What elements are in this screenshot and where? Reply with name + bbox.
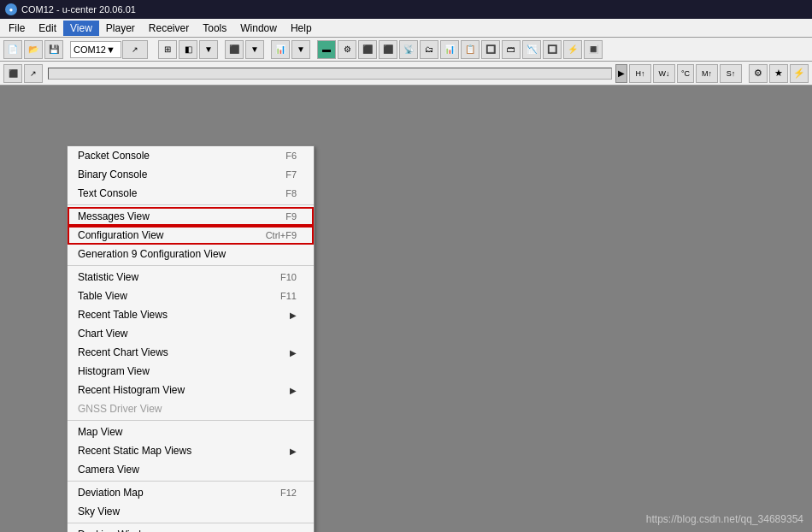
new-btn[interactable]: 📄 — [3, 40, 22, 59]
icon10[interactable]: ⬛ — [358, 40, 377, 59]
toolbar-secondary: ⬛ ↗ ▶ H↑ W↓ °C M↑ S↑ ⚙ ★ ⚡ — [0, 62, 812, 86]
sep3 — [68, 420, 314, 421]
menu-deviation-map[interactable]: Deviation Map F12 — [68, 483, 314, 502]
title-text: COM12 - u-center 20.06.01 — [21, 4, 136, 15]
connect-btn[interactable]: ↗ — [122, 40, 148, 59]
progress-arrow[interactable]: ▶ — [615, 64, 627, 83]
icon13[interactable]: 🗂 — [420, 40, 438, 59]
icon7[interactable]: ▼ — [291, 40, 310, 59]
menu-chart-view[interactable]: Chart View — [68, 324, 314, 343]
tb2-s[interactable]: S↑ — [720, 64, 742, 83]
tb2-c[interactable]: °C — [677, 64, 694, 83]
menu-edit[interactable]: Edit — [32, 21, 63, 36]
menu-receiver[interactable]: Receiver — [142, 21, 196, 36]
port-combo[interactable]: COM12▼ — [70, 41, 121, 58]
menu-gnss-driver-view: GNSS Driver View — [68, 399, 314, 418]
tb2-bolt[interactable]: ⚡ — [790, 64, 809, 83]
icon20[interactable]: ⚡ — [563, 40, 582, 59]
icon8[interactable]: ▬ — [317, 40, 336, 59]
menu-recent-table-views[interactable]: Recent Table Views ▶ — [68, 305, 314, 324]
icon16[interactable]: 🔲 — [481, 40, 500, 59]
icon1[interactable]: ⊞ — [158, 40, 177, 59]
menu-gen9-config-view[interactable]: Generation 9 Configuration View — [68, 245, 314, 263]
tb2-star[interactable]: ★ — [769, 64, 788, 83]
menu-binary-console[interactable]: Binary Console F7 — [68, 165, 314, 184]
menu-text-console[interactable]: Text Console F8 — [68, 184, 314, 203]
tb2-h[interactable]: H↑ — [629, 64, 651, 83]
menu-file[interactable]: File — [2, 21, 32, 36]
view-dropdown-menu: Packet Console F6 Binary Console F7 Text… — [67, 145, 315, 532]
tb2-m[interactable]: M↑ — [696, 64, 718, 83]
menu-bar: File Edit View Player Receiver Tools Win… — [0, 19, 812, 38]
menu-player[interactable]: Player — [99, 21, 142, 36]
main-area: Packet Console F6 Binary Console F7 Text… — [0, 86, 812, 532]
menu-packet-console[interactable]: Packet Console F6 — [68, 146, 314, 165]
toolbar-main: 📄 📂 💾 COM12▼ ↗ ⊞ ◧ ▼ ⬛ ▼ 📊 ▼ ▬ ⚙ ⬛ ⬛ 📡 🗂 — [0, 38, 812, 62]
menu-statistic-view[interactable]: Statistic View F10 — [68, 268, 314, 287]
icon11[interactable]: ⬛ — [379, 40, 397, 59]
menu-docking-windows[interactable]: Docking Windows ▶ — [68, 525, 314, 532]
menu-histogram-view[interactable]: Histogram View — [68, 362, 314, 381]
menu-recent-histogram-view[interactable]: Recent Histogram View ▶ — [68, 381, 314, 399]
menu-tools[interactable]: Tools — [196, 21, 233, 36]
icon6[interactable]: 📊 — [271, 40, 290, 59]
icon4[interactable]: ⬛ — [225, 40, 244, 59]
icon14[interactable]: 📊 — [440, 40, 459, 59]
icon21[interactable]: 🔳 — [584, 40, 603, 59]
menu-table-view[interactable]: Table View F11 — [68, 287, 314, 305]
menu-configuration-view[interactable]: Configuration View Ctrl+F9 — [68, 226, 314, 245]
watermark: https://blog.csdn.net/qq_34689354 — [646, 513, 803, 525]
icon18[interactable]: 📉 — [522, 40, 541, 59]
menu-window[interactable]: Window — [233, 21, 284, 36]
menu-camera-view[interactable]: Camera View — [68, 460, 314, 479]
progress-bar — [48, 68, 612, 80]
tb2-gear[interactable]: ⚙ — [749, 64, 768, 83]
icon17[interactable]: 🗃 — [502, 40, 521, 59]
icon15[interactable]: 📋 — [461, 40, 480, 59]
menu-recent-static-map-views[interactable]: Recent Static Map Views ▶ — [68, 441, 314, 460]
toolbar2-icon1[interactable]: ⬛ — [3, 64, 22, 83]
icon12[interactable]: 📡 — [399, 40, 418, 59]
menu-map-view[interactable]: Map View — [68, 423, 314, 441]
icon19[interactable]: 🔲 — [543, 40, 562, 59]
icon5[interactable]: ▼ — [245, 40, 264, 59]
tb2-w[interactable]: W↓ — [653, 64, 675, 83]
sep5 — [68, 523, 314, 523]
title-bar: ● COM12 - u-center 20.06.01 — [0, 0, 812, 19]
toolbar2-icon2[interactable]: ↗ — [24, 64, 43, 83]
icon3[interactable]: ▼ — [199, 40, 218, 59]
sep1 — [68, 204, 314, 205]
icon2[interactable]: ◧ — [179, 40, 197, 59]
sep4 — [68, 481, 314, 482]
sep2 — [68, 265, 314, 266]
save-btn[interactable]: 💾 — [44, 40, 63, 59]
menu-recent-chart-views[interactable]: Recent Chart Views ▶ — [68, 343, 314, 362]
menu-sky-view[interactable]: Sky View — [68, 502, 314, 521]
open-btn[interactable]: 📂 — [24, 40, 43, 59]
menu-help[interactable]: Help — [284, 21, 319, 36]
menu-view[interactable]: View — [63, 21, 99, 36]
icon9[interactable]: ⚙ — [338, 40, 356, 59]
menu-messages-view[interactable]: Messages View F9 — [68, 207, 314, 226]
app-icon: ● — [5, 3, 17, 15]
